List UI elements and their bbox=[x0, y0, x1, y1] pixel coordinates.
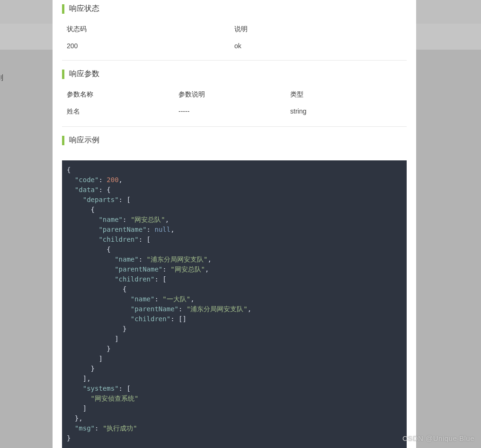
status-header-desc: 说明 bbox=[234, 25, 402, 34]
status-header-code: 状态码 bbox=[67, 25, 234, 34]
params-table: 参数名称 参数说明 类型 姓名 ----- string bbox=[62, 88, 407, 119]
accent-bar-icon bbox=[62, 4, 64, 14]
section-title-status: 响应状态 bbox=[69, 4, 99, 14]
accent-bar-icon bbox=[62, 70, 64, 79]
divider bbox=[62, 126, 407, 127]
params-name-value: 姓名 bbox=[67, 107, 178, 116]
params-header-name: 参数名称 bbox=[67, 90, 178, 99]
api-doc-panel: 响应状态 状态码 说明 200 ok 响应参数 参数名称 参数说明 类型 姓名 … bbox=[53, 0, 416, 448]
status-desc-value: ok bbox=[234, 42, 402, 50]
table-row: 200 ok bbox=[62, 39, 407, 53]
status-table: 状态码 说明 200 ok bbox=[62, 22, 407, 53]
table-row: 状态码 说明 bbox=[62, 22, 407, 36]
section-heading-params: 响应参数 bbox=[62, 69, 407, 79]
table-row: 姓名 ----- string bbox=[62, 105, 407, 119]
section-title-example: 响应示例 bbox=[69, 135, 99, 145]
code-example-block: { "code": 200, "data": { "departs": [ { … bbox=[62, 160, 407, 448]
params-header-desc: 参数说明 bbox=[178, 90, 290, 99]
divider bbox=[62, 60, 407, 61]
section-heading-status: 响应状态 bbox=[62, 4, 407, 14]
section-heading-example: 响应示例 bbox=[62, 135, 407, 145]
table-row: 参数名称 参数说明 类型 bbox=[62, 88, 407, 102]
accent-bar-icon bbox=[62, 136, 64, 145]
params-desc-value: ----- bbox=[178, 107, 290, 116]
bg-sidebar-text: 则 bbox=[0, 73, 3, 82]
params-type-value: string bbox=[290, 107, 402, 116]
section-title-params: 响应参数 bbox=[69, 69, 99, 79]
status-code-value: 200 bbox=[67, 42, 234, 50]
params-header-type: 类型 bbox=[290, 90, 402, 99]
